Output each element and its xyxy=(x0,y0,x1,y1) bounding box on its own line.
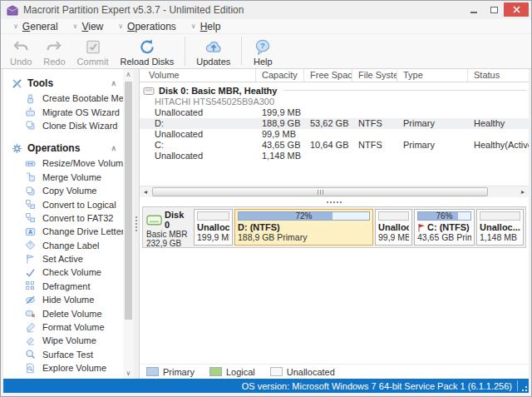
disk-map-block-unallocated-1[interactable]: Unalloc... 199,9 MB xyxy=(194,209,233,246)
usage-percent: 76% xyxy=(418,212,470,221)
scroll-up-icon[interactable]: ∧ xyxy=(126,69,131,80)
disk-map-block-unallocated-3[interactable]: Unalloc... 1,148 MB xyxy=(476,209,524,246)
maximize-button[interactable] xyxy=(484,2,504,17)
sidebar-item-merge-volume[interactable]: Merge Volume xyxy=(3,171,123,184)
updates-button[interactable]: Updates xyxy=(190,34,236,68)
statusbar-separator xyxy=(517,380,518,391)
sidebar-item-defragment[interactable]: Defragment xyxy=(3,280,123,293)
menu-view[interactable]: ∨View xyxy=(66,19,111,33)
document-magnifier-icon xyxy=(25,363,36,374)
chevron-down-icon: ∨ xyxy=(191,23,196,30)
legend-logical: Logical xyxy=(209,367,255,377)
sidebar-item-copy-volume[interactable]: Copy Volume xyxy=(3,184,123,197)
help-button[interactable]: ? Help xyxy=(247,34,278,68)
menu-help[interactable]: ∨Help xyxy=(184,19,229,33)
sidebar-item-convert-to-logical[interactable]: Convert to Logical xyxy=(3,197,123,211)
table-row[interactable]: Unallocated99,9 MB xyxy=(140,129,529,140)
column-capacity[interactable]: Capacity xyxy=(256,69,304,82)
collapse-chevron-icon[interactable]: ∧ xyxy=(111,79,116,87)
disk-map-disk-info[interactable]: Disk 0 Basic MBR 232,9 GB xyxy=(145,209,192,246)
legend-unallocated: Unallocated xyxy=(270,367,335,377)
svg-text:?: ? xyxy=(260,41,265,50)
sidebar-item-hide-volume[interactable]: Hide Volume xyxy=(3,293,123,306)
minimize-button[interactable] xyxy=(464,2,484,17)
close-button[interactable] xyxy=(504,2,529,17)
label-tag-icon xyxy=(25,240,36,251)
splitter-grip-dots xyxy=(333,201,335,203)
disk-size: 232,9 GB xyxy=(146,239,190,248)
sidebar-item-surface-test[interactable]: Surface Test xyxy=(3,348,123,361)
commit-button[interactable]: Commit xyxy=(71,34,115,68)
sidebar-item-migrate-os-wizard[interactable]: Migrate OS Wizard xyxy=(3,105,123,118)
tools-icon xyxy=(12,78,22,89)
resize-arrows-icon xyxy=(25,158,36,169)
commit-icon xyxy=(83,38,103,56)
menu-label: Operations xyxy=(127,21,176,32)
column-volume[interactable]: Volume xyxy=(140,69,256,82)
resize-grip[interactable] xyxy=(525,390,527,391)
disk-name: Disk 0 xyxy=(165,210,190,230)
sidebar-item-explore-volume[interactable]: Explore Volume xyxy=(3,361,123,375)
sidebar-item-check-volume[interactable]: Check Volume xyxy=(3,265,123,279)
sidebar-item-create-bootable-media[interactable]: Create Bootable Media xyxy=(3,92,123,105)
disk-map-block-c[interactable]: 76% C: (NTFS) 43,65 GB Primary xyxy=(414,209,475,246)
sidebar-section-tools[interactable]: Tools ∧ xyxy=(3,75,123,92)
sidebar-item-clone-disk-wizard[interactable]: Clone Disk Wizard xyxy=(3,119,123,132)
scroll-right-icon[interactable]: ▸ xyxy=(517,186,529,197)
redo-button[interactable]: Redo xyxy=(37,34,71,68)
scroll-left-icon[interactable]: ◂ xyxy=(140,186,151,197)
active-flag-icon xyxy=(417,223,426,232)
magnifier-icon xyxy=(25,349,36,360)
horizontal-scrollbar[interactable]: ◂ ▸ xyxy=(140,186,529,197)
usage-bar-empty xyxy=(197,211,229,221)
horizontal-splitter[interactable] xyxy=(140,197,529,206)
window-controls xyxy=(464,1,531,19)
sidebar-item-format-volume[interactable]: Format Volume xyxy=(3,320,123,334)
table-row[interactable]: Unallocated1,148 MB xyxy=(140,151,529,161)
reload-disks-button[interactable]: Reload Disks xyxy=(114,34,180,68)
sidebar-section-operations[interactable]: Operations ∧ xyxy=(3,140,123,156)
legend-primary: Primary xyxy=(146,367,195,377)
delete-icon xyxy=(25,308,36,319)
usb-media-icon xyxy=(25,93,36,104)
menu-general[interactable]: ∨General xyxy=(6,19,66,33)
disk-map-block-unallocated-2[interactable]: Unalloc... 99,9 MB xyxy=(375,209,412,246)
column-type[interactable]: Type xyxy=(397,69,468,82)
merge-icon xyxy=(25,171,36,182)
table-row[interactable]: C:43,65 GB10,64 GBNTFSPrimaryHealthy(Act… xyxy=(140,140,529,151)
menu-operations[interactable]: ∨Operations xyxy=(111,19,184,33)
scrollbar-grip xyxy=(320,190,321,195)
eraser-icon xyxy=(25,335,36,346)
menu-bar: ∨General ∨View ∨Operations ∨Help xyxy=(1,19,531,34)
usage-percent: 72% xyxy=(239,212,369,221)
drive-letter-icon xyxy=(25,226,36,237)
column-free-space[interactable]: Free Space xyxy=(304,69,352,82)
sidebar-item-delete-volume[interactable]: Delete Volume xyxy=(3,306,123,320)
scroll-down-icon[interactable]: ∨ xyxy=(126,368,131,379)
column-status[interactable]: Status xyxy=(468,69,529,82)
active-partition-label: C: (NTFS) xyxy=(417,222,471,232)
sidebar-scrollbar-thumb[interactable] xyxy=(125,82,132,320)
sidebar-item-resize-move-volume[interactable]: Resize/Move Volume xyxy=(3,156,123,170)
undo-button[interactable]: Undo xyxy=(4,34,37,68)
check-icon xyxy=(25,267,36,278)
usage-bar: 72% xyxy=(238,211,370,221)
disk-map-block-d[interactable]: 72% D: (NTFS) 188,9 GB Primary xyxy=(234,209,373,246)
minimize-icon xyxy=(470,12,477,13)
table-row-selected[interactable]: D:188,9 GB53,62 GBNTFSPrimaryHealthy xyxy=(140,118,529,129)
sidebar-item-set-active[interactable]: Set Active xyxy=(3,252,123,265)
collapse-chevron-icon[interactable]: ∧ xyxy=(111,144,116,152)
sidebar-item-wipe-volume[interactable]: Wipe Volume xyxy=(3,334,123,347)
sidebar-item-change-drive-letter[interactable]: Change Drive Letter xyxy=(3,225,123,238)
sidebar-scrollbar[interactable]: ∧ ∨ xyxy=(123,69,134,379)
sidebar-item-convert-to-fat32[interactable]: Convert to FAT32 xyxy=(3,211,123,225)
sidebar-item-change-label[interactable]: Change Label xyxy=(3,239,123,252)
column-file-system[interactable]: File System xyxy=(352,69,397,82)
logical-swatch xyxy=(209,367,222,376)
horizontal-scrollbar-thumb[interactable] xyxy=(152,187,488,196)
title-bar[interactable]: Macrorit Partition Expert v5.3.7 - Unlim… xyxy=(1,1,531,19)
disk-group-row[interactable]: Disk 0: Basic MBR, Healthy xyxy=(140,84,529,97)
table-header: Volume Capacity Free Space File System T… xyxy=(140,69,529,82)
table-row[interactable]: Unallocated199,9 MB xyxy=(140,107,529,118)
green-disk-icon xyxy=(146,215,162,226)
